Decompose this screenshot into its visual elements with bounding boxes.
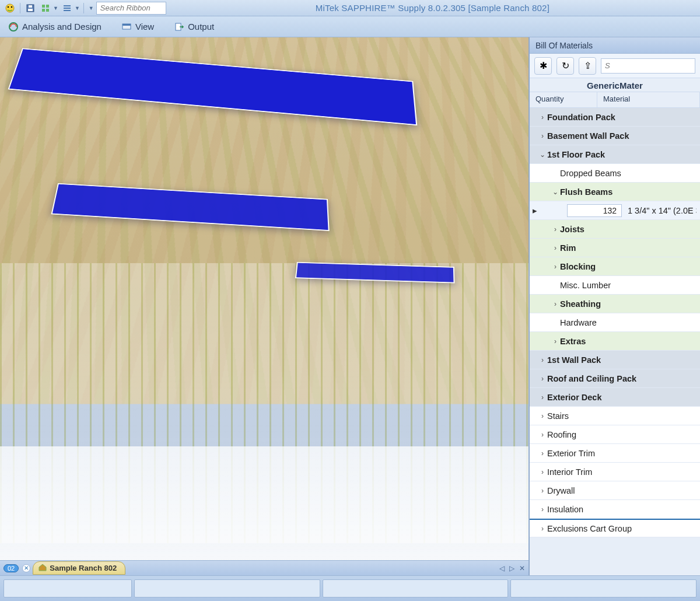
tab-prev-icon[interactable]: ◁ xyxy=(499,564,505,572)
export-icon: ⇪ xyxy=(584,60,592,71)
expand-toggle-icon[interactable]: › xyxy=(538,431,547,439)
expand-toggle-icon[interactable]: › xyxy=(538,393,547,401)
bom-tree-row[interactable]: ⌄1st Floor Pack xyxy=(530,145,700,164)
view-tab-active[interactable]: Sample Ranch 802 xyxy=(33,561,125,575)
bom-tree-row[interactable]: ›Roof and Ceiling Pack xyxy=(530,369,700,388)
bom-tree-row[interactable]: Dropped Beams xyxy=(530,164,700,183)
bom-tree-row[interactable]: ›Extras xyxy=(530,332,700,351)
row-label: Interior Trim xyxy=(547,467,592,477)
bom-tree-row[interactable]: ›Blocking xyxy=(530,257,700,276)
ribbon-output[interactable]: Output xyxy=(174,22,214,32)
bom-tree-row[interactable]: ›Exterior Trim xyxy=(530,444,700,463)
svg-rect-5 xyxy=(29,5,32,8)
grid-header: Quantity Material xyxy=(530,92,700,108)
expand-toggle-icon[interactable]: › xyxy=(551,263,560,271)
ribbon-label: Output xyxy=(188,22,214,32)
expand-toggle-icon[interactable]: › xyxy=(538,375,547,383)
bom-tree[interactable]: ›Foundation Pack›Basement Wall Pack⌄1st … xyxy=(530,108,700,575)
row-label: Joists xyxy=(560,225,584,234)
caret-down-icon: ▼ xyxy=(89,5,94,11)
expand-toggle-icon[interactable]: › xyxy=(551,300,560,308)
qat-overflow[interactable]: ▼ xyxy=(88,5,94,11)
svg-point-1 xyxy=(8,6,9,8)
bom-tree-row[interactable]: ›Sheathing xyxy=(530,295,700,313)
bom-tree-row[interactable]: ›Stairs xyxy=(530,407,700,425)
tab-close-button[interactable]: ✕ xyxy=(22,564,30,572)
status-cell xyxy=(134,579,320,597)
wireframe-render xyxy=(0,37,528,575)
tab-next-icon[interactable]: ▷ xyxy=(509,564,514,572)
bom-tree-row[interactable]: ›Exclusions Cart Group xyxy=(530,519,700,537)
material-cell: 1 3/4" x 14" (2.0E 31 xyxy=(625,206,696,215)
ribbon-label: Analysis and Design xyxy=(22,22,102,32)
row-label: Rim xyxy=(560,243,576,253)
row-label: Exterior Deck xyxy=(547,393,602,402)
search-ribbon-input[interactable] xyxy=(96,2,166,15)
expand-toggle-icon[interactable]: › xyxy=(538,113,547,121)
bom-tree-row[interactable]: ›Interior Trim xyxy=(530,463,700,481)
expand-toggle-icon[interactable]: › xyxy=(551,225,560,233)
svg-rect-12 xyxy=(64,10,71,11)
expand-toggle-icon[interactable]: ⌄ xyxy=(538,151,547,159)
bom-tree-row[interactable]: ›Joists xyxy=(530,220,700,239)
bom-tree-row[interactable]: ›Rim xyxy=(530,239,700,257)
expand-toggle-icon[interactable]: › xyxy=(538,132,547,140)
bom-tree-row[interactable]: ⌄Flush Beams xyxy=(530,183,700,201)
bom-tree-row[interactable]: Misc. Lumber xyxy=(530,276,700,295)
col-quantity[interactable]: Quantity xyxy=(530,92,597,107)
row-label: Dropped Beams xyxy=(560,169,621,178)
bom-tree-row[interactable]: Hardware xyxy=(530,313,700,332)
gear-icon: ✱ xyxy=(540,60,547,71)
layout-dropdown-2[interactable]: ▼ xyxy=(61,2,80,15)
layout-dropdown-1[interactable]: ▼ xyxy=(39,2,58,15)
panel-title: Bill Of Materials xyxy=(530,37,700,54)
bom-tree-row[interactable]: ›Foundation Pack xyxy=(530,108,700,127)
tab-nav: ◁ ▷ ✕ xyxy=(499,564,525,572)
refresh-icon: ↻ xyxy=(562,60,569,71)
bom-tree-row[interactable]: ›Insulation xyxy=(530,500,700,519)
expand-toggle-icon[interactable]: › xyxy=(538,356,547,364)
row-label: Basement Wall Pack xyxy=(547,131,629,141)
expand-toggle-icon[interactable]: ⌄ xyxy=(551,188,560,196)
expand-toggle-icon[interactable]: › xyxy=(538,525,547,533)
app-menu-icon[interactable] xyxy=(4,2,16,15)
bom-panel: Bill Of Materials ✱ ↻ ⇪ GenericMater Qua… xyxy=(528,37,700,575)
svg-rect-8 xyxy=(42,9,45,12)
bom-tree-row[interactable]: ›Basement Wall Pack xyxy=(530,127,700,145)
ribbon-view[interactable]: View xyxy=(121,22,154,32)
tab-badge[interactable]: 02 xyxy=(4,564,19,572)
row-label: Drywall xyxy=(547,486,575,495)
expand-toggle-icon[interactable]: › xyxy=(538,468,547,476)
row-selector-icon[interactable]: ▸ xyxy=(530,206,540,215)
col-material[interactable]: Material xyxy=(597,92,700,107)
tab-label: Sample Ranch 802 xyxy=(50,564,117,572)
refresh-button[interactable]: ↻ xyxy=(556,57,574,75)
panel-search-input[interactable] xyxy=(601,58,695,74)
bom-tree-row[interactable]: ›Drywall xyxy=(530,481,700,500)
ribbon-label: View xyxy=(135,22,154,32)
svg-rect-15 xyxy=(123,24,131,26)
expand-toggle-icon[interactable]: › xyxy=(538,449,547,457)
status-bar xyxy=(0,575,700,601)
svg-rect-7 xyxy=(46,5,49,8)
expand-toggle-icon[interactable]: › xyxy=(551,244,560,252)
settings-button[interactable]: ✱ xyxy=(534,57,552,75)
export-button[interactable]: ⇪ xyxy=(579,57,596,75)
model-viewport[interactable]: 02 ✕ Sample Ranch 802 ◁ ▷ ✕ xyxy=(0,37,528,575)
expand-toggle-icon[interactable]: › xyxy=(538,505,547,513)
expand-toggle-icon[interactable]: › xyxy=(538,412,547,420)
bom-data-row[interactable]: ▸1321 3/4" x 14" (2.0E 31 xyxy=(530,201,700,220)
bom-tree-row[interactable]: ›Exterior Deck xyxy=(530,388,700,407)
quantity-cell[interactable]: 132 xyxy=(567,204,622,217)
bom-tree-row[interactable]: ›1st Wall Pack xyxy=(530,351,700,369)
bom-tree-row[interactable]: ›Roofing xyxy=(530,425,700,444)
status-cell xyxy=(323,579,509,597)
save-icon[interactable] xyxy=(24,2,37,15)
row-label: Flush Beams xyxy=(560,187,612,197)
house-icon xyxy=(38,563,47,573)
tab-close-all-icon[interactable]: ✕ xyxy=(519,564,525,572)
group-header: GenericMater xyxy=(530,78,700,92)
expand-toggle-icon[interactable]: › xyxy=(551,337,560,345)
expand-toggle-icon[interactable]: › xyxy=(538,487,547,495)
ribbon-analysis-and-design[interactable]: Analysis and Design xyxy=(8,22,102,32)
